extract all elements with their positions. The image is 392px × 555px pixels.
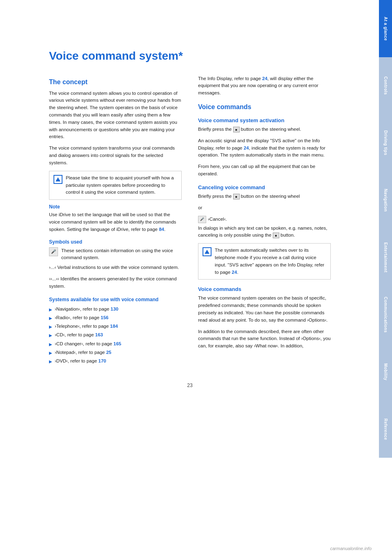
symbol3-text: ››...‹‹ Identifies the answers generated… [49,275,182,290]
cancel-row: 🎤 ›Cancel‹. [198,216,331,223]
concept-body-2: The voice command system transforms your… [49,145,182,166]
systems-list: ▶ ›Navigation‹, refer to page 130 ▶ ›Rad… [49,306,182,365]
list-arrow-icon: ▶ [49,350,52,356]
page-title: Voice command system* [49,49,331,63]
additional-body: In addition to the commands described, t… [198,328,331,350]
cancel-command: ›Cancel‹. [208,216,227,223]
two-column-layout: The concept The voice command system all… [49,75,331,367]
system-cd-changer: ›CD changer‹, refer to page 165 [55,340,121,347]
list-arrow-icon: ▶ [49,315,52,321]
sidebar-tab-driving-tips[interactable]: Driving tips [379,114,392,172]
watermark: carmanualonline.info [330,546,372,551]
sidebar-tab-navigation[interactable]: Navigation [379,172,392,229]
note-body: Use iDrive to set the language that will… [49,211,182,233]
main-content: Voice command system* The concept The vo… [0,0,355,555]
concept-body-1: The voice command system allows you to c… [49,90,182,141]
symbol-row-1: 🎤 These sections contain information on … [49,247,182,262]
cancel-dialogs: In dialogs in which any text can be spok… [198,225,331,239]
system-cd: ›CD‹, refer to page 163 [55,331,103,338]
sidebar-tab-mobility[interactable]: Mobility [379,343,392,401]
steering-button-icon: ■ [233,127,240,132]
symbol1-text: These sections contain information on us… [61,247,182,262]
triangle-icon [53,175,62,184]
note-box-text: Please take the time to acquaint yoursel… [66,175,177,196]
triangle-shape-2 [205,250,209,254]
voice-commands-title: Voice commands [198,103,331,111]
list-arrow-icon: ▶ [49,332,52,338]
system-switches-note: The system automatically switches over t… [215,247,326,276]
sidebar: At a glance Controls Driving tips Naviga… [379,0,392,555]
system-notepad: ›Notepad‹, refer to page 25 [55,349,111,356]
list-item: ▶ ›CD changer‹, refer to page 165 [49,340,182,347]
cancel-mic-icon: 🎤 [198,216,206,223]
activation-title: Voice command system activation [198,117,331,123]
systems-title: Systems available for use with voice com… [49,297,182,302]
symbol2-text: ›...‹ Verbal instructions to use with th… [49,264,182,271]
cancel-or: or [198,204,331,212]
sidebar-tab-reference[interactable]: Reference [379,401,392,458]
symbols-label: Symbols used [49,239,182,245]
from-here-body: From here, you can call up all the equip… [198,163,331,178]
activation-body: Briefly press the ■ button on the steeri… [198,126,331,133]
cancel-title: Canceling voice command [198,184,331,190]
button-icon-3: ■ [273,233,279,238]
steering-button-icon-2: ■ [233,194,240,199]
list-item: ▶ ›Telephone‹, refer to page 184 [49,323,182,330]
system-dvd: ›DVD‹, refer to page 170 [55,358,106,365]
system-navigation: ›Navigation‹, refer to page 130 [55,306,118,313]
sidebar-tab-controls[interactable]: Controls [379,57,392,114]
list-item: ▶ ›DVD‹, refer to page 170 [49,358,182,365]
list-item: ▶ ›CD‹, refer to page 163 [49,331,182,338]
system-radio: ›Radio‹, refer to page 156 [55,314,109,321]
sidebar-tab-entertainment[interactable]: Entertainment [379,229,392,286]
sidebar-tab-communications[interactable]: Communications [379,286,392,343]
right-column: The Info Display, refer to page 24, will… [198,75,331,367]
note-page-link[interactable]: 84 [159,227,164,232]
list-arrow-icon: ▶ [49,324,52,330]
list-arrow-icon: ▶ [49,341,52,347]
list-item: ▶ ›Notepad‹, refer to page 25 [49,349,182,356]
page-container: Voice command system* The concept The vo… [0,0,392,555]
mic-icon: 🎤 [51,249,56,254]
note-box: Please take the time to acquaint yoursel… [49,171,182,200]
concept-title: The concept [49,78,182,86]
voice-commands2-title: Voice commands [198,286,331,292]
list-arrow-icon: ▶ [49,307,52,313]
voice-symbol-icon: 🎤 [49,247,58,256]
list-arrow-icon: ▶ [49,358,52,365]
sidebar-tab-at-a-glance[interactable]: At a glance [379,0,392,57]
info-display-text: The Info Display, refer to page 24, will… [198,75,331,97]
triangle-shape [56,177,60,181]
voice-commands2-body: The voice command system operates on the… [198,295,331,324]
note-label: Note [49,204,182,210]
left-column: The concept The voice command system all… [49,75,182,367]
acoustic-body: An acoustic signal and the display "SVS … [198,137,331,159]
triangle-icon-2 [203,247,212,256]
system-telephone: ›Telephone‹, refer to page 184 [55,323,118,330]
list-item: ▶ ›Navigation‹, refer to page 130 [49,306,182,313]
page-number: 23 [49,383,331,396]
list-item: ▶ ›Radio‹, refer to page 156 [49,314,182,321]
system-switches-note-box: The system automatically switches over t… [198,243,331,280]
mic-small-icon: 🎤 [200,217,204,221]
cancel-body1: Briefly press the ■ button on the steeri… [198,193,331,200]
